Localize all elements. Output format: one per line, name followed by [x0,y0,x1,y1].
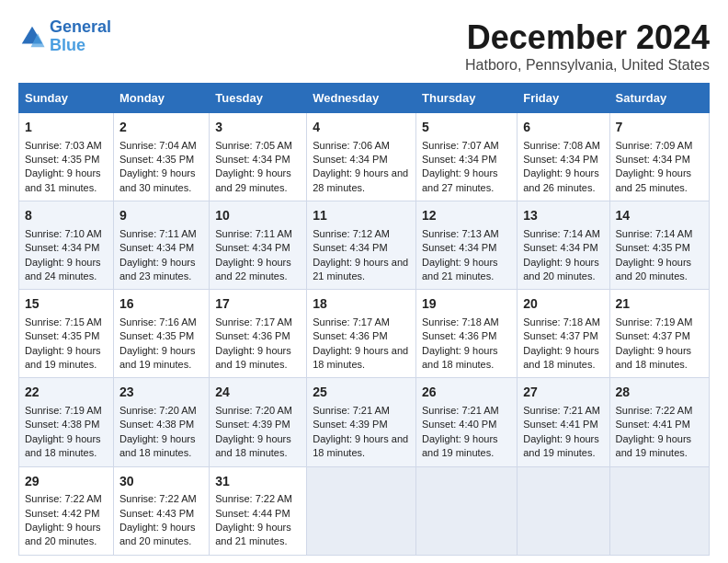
sunset-text: Sunset: 4:34 PM [523,154,597,165]
daylight-text: Daylight: 9 hours and 18 minutes. [313,433,408,458]
calendar-cell: 21Sunrise: 7:19 AMSunset: 4:37 PMDayligh… [609,290,709,378]
calendar-week-row: 22Sunrise: 7:19 AMSunset: 4:38 PMDayligh… [19,378,710,466]
calendar-cell: 5Sunrise: 7:07 AMSunset: 4:34 PMDaylight… [416,113,518,201]
calendar-cell: 23Sunrise: 7:20 AMSunset: 4:38 PMDayligh… [113,378,209,466]
weekday-header: Friday [518,84,609,113]
sunset-text: Sunset: 4:39 PM [215,419,290,430]
daylight-text: Daylight: 9 hours and 27 minutes. [422,167,498,192]
daylight-text: Daylight: 9 hours and 19 minutes. [119,345,196,370]
calendar-cell: 1Sunrise: 7:03 AMSunset: 4:35 PMDaylight… [19,113,114,201]
calendar-cell: 10Sunrise: 7:11 AMSunset: 4:34 PMDayligh… [210,201,307,290]
day-number: 10 [215,207,301,225]
day-number: 29 [25,473,108,491]
sunset-text: Sunset: 4:41 PM [616,419,690,430]
calendar-cell: 29Sunrise: 7:22 AMSunset: 4:42 PMDayligh… [19,466,114,555]
calendar-table: SundayMondayTuesdayWednesdayThursdayFrid… [18,83,710,556]
sunrise-text: Sunrise: 7:16 AM [119,316,197,327]
calendar-cell: 31Sunrise: 7:22 AMSunset: 4:44 PMDayligh… [210,466,307,555]
calendar-cell: 13Sunrise: 7:14 AMSunset: 4:34 PMDayligh… [518,201,609,290]
sunrise-text: Sunrise: 7:11 AM [215,228,292,239]
calendar-cell: 15Sunrise: 7:15 AMSunset: 4:35 PMDayligh… [19,290,114,378]
sunrise-text: Sunrise: 7:22 AM [215,493,292,504]
sunset-text: Sunset: 4:38 PM [119,419,194,430]
sunset-text: Sunset: 4:35 PM [25,330,99,341]
weekday-header: Tuesday [210,84,307,113]
sunset-text: Sunset: 4:34 PM [313,242,387,253]
sunrise-text: Sunrise: 7:22 AM [616,405,693,416]
sunrise-text: Sunrise: 7:20 AM [215,405,292,416]
subtitle: Hatboro, Pennsylvania, United States [465,57,710,74]
sunrise-text: Sunrise: 7:22 AM [25,493,102,504]
calendar-cell: 27Sunrise: 7:21 AMSunset: 4:41 PMDayligh… [518,378,609,466]
calendar-cell [609,466,709,555]
sunrise-text: Sunrise: 7:17 AM [313,316,390,327]
day-number: 7 [616,119,703,137]
calendar-week-row: 29Sunrise: 7:22 AMSunset: 4:42 PMDayligh… [19,466,710,555]
sunrise-text: Sunrise: 7:21 AM [523,405,600,416]
daylight-text: Daylight: 9 hours and 26 minutes. [523,167,599,192]
sunset-text: Sunset: 4:35 PM [119,330,194,341]
day-number: 25 [313,384,410,402]
sunset-text: Sunset: 4:41 PM [523,419,597,430]
sunrise-text: Sunrise: 7:07 AM [422,140,499,151]
sunrise-text: Sunrise: 7:18 AM [422,316,499,327]
weekday-header: Thursday [416,84,518,113]
day-number: 6 [523,119,603,137]
calendar-cell: 22Sunrise: 7:19 AMSunset: 4:38 PMDayligh… [19,378,114,466]
sunrise-text: Sunrise: 7:09 AM [616,140,693,151]
calendar-cell: 3Sunrise: 7:05 AMSunset: 4:34 PMDaylight… [210,113,307,201]
daylight-text: Daylight: 9 hours and 25 minutes. [616,167,692,192]
daylight-text: Daylight: 9 hours and 18 minutes. [313,345,408,370]
daylight-text: Daylight: 9 hours and 18 minutes. [215,433,291,458]
day-number: 21 [616,295,703,314]
weekday-header: Sunday [19,84,114,113]
calendar-cell: 6Sunrise: 7:08 AMSunset: 4:34 PMDaylight… [518,113,609,201]
day-number: 30 [119,473,203,491]
sunset-text: Sunset: 4:34 PM [25,242,99,253]
calendar-cell [307,466,416,555]
daylight-text: Daylight: 9 hours and 21 minutes. [422,257,498,282]
sunset-text: Sunset: 4:43 PM [119,508,194,519]
daylight-text: Daylight: 9 hours and 20 minutes. [25,522,101,546]
calendar-cell: 18Sunrise: 7:17 AMSunset: 4:36 PMDayligh… [307,290,416,378]
sunrise-text: Sunrise: 7:14 AM [523,228,600,239]
day-number: 24 [215,384,301,402]
day-number: 2 [119,119,203,137]
daylight-text: Daylight: 9 hours and 31 minutes. [25,167,101,192]
sunset-text: Sunset: 4:36 PM [313,330,387,341]
day-number: 5 [422,119,511,137]
day-number: 22 [25,384,108,402]
daylight-text: Daylight: 9 hours and 28 minutes. [313,167,408,192]
calendar-cell: 24Sunrise: 7:20 AMSunset: 4:39 PMDayligh… [210,378,307,466]
calendar-cell: 11Sunrise: 7:12 AMSunset: 4:34 PMDayligh… [307,201,416,290]
sunset-text: Sunset: 4:34 PM [215,154,290,165]
day-number: 3 [215,119,301,137]
calendar-cell: 25Sunrise: 7:21 AMSunset: 4:39 PMDayligh… [307,378,416,466]
daylight-text: Daylight: 9 hours and 18 minutes. [616,345,692,370]
daylight-text: Daylight: 9 hours and 20 minutes. [119,522,196,546]
sunset-text: Sunset: 4:34 PM [616,154,690,165]
calendar-cell: 7Sunrise: 7:09 AMSunset: 4:34 PMDaylight… [609,113,709,201]
sunrise-text: Sunrise: 7:15 AM [25,316,102,327]
day-number: 1 [25,119,108,137]
day-number: 19 [422,295,511,314]
daylight-text: Daylight: 9 hours and 23 minutes. [119,257,196,282]
daylight-text: Daylight: 9 hours and 20 minutes. [523,257,599,282]
calendar-cell: 30Sunrise: 7:22 AMSunset: 4:43 PMDayligh… [113,466,209,555]
calendar-week-row: 8Sunrise: 7:10 AMSunset: 4:34 PMDaylight… [19,201,710,290]
calendar-cell: 4Sunrise: 7:06 AMSunset: 4:34 PMDaylight… [307,113,416,201]
sunset-text: Sunset: 4:38 PM [25,419,99,430]
sunrise-text: Sunrise: 7:21 AM [422,405,499,416]
day-number: 12 [422,207,511,225]
sunrise-text: Sunrise: 7:19 AM [616,316,693,327]
sunset-text: Sunset: 4:37 PM [616,330,690,341]
sunrise-text: Sunrise: 7:06 AM [313,140,390,151]
logo: General Blue [18,18,111,55]
sunset-text: Sunset: 4:36 PM [422,330,496,341]
sunset-text: Sunset: 4:39 PM [313,419,387,430]
day-number: 14 [616,207,703,225]
logo-icon [18,23,46,51]
sunset-text: Sunset: 4:34 PM [523,242,597,253]
daylight-text: Daylight: 9 hours and 24 minutes. [25,257,101,282]
sunrise-text: Sunrise: 7:11 AM [119,228,197,239]
